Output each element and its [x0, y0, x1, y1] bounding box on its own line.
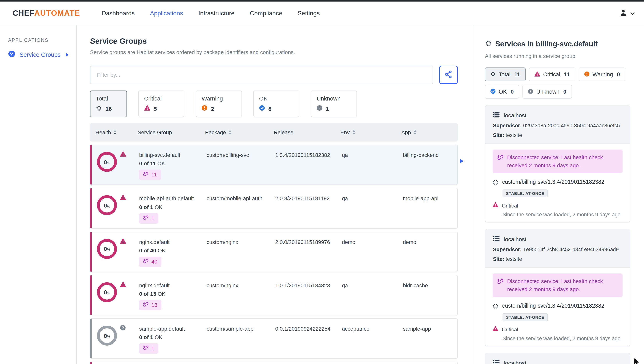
broken-link-icon	[143, 215, 149, 221]
service-card: localhost Supervisor: 1e95554f-2cb8-4c52…	[485, 229, 630, 346]
status-card-critical[interactable]: Critical 5	[138, 91, 184, 117]
health-gauge: 0%	[97, 195, 117, 215]
sidebar-item-service-groups[interactable]: Service Groups	[8, 50, 76, 59]
svg-text:?: ?	[122, 326, 124, 330]
share-button[interactable]	[439, 66, 458, 84]
filter-input[interactable]	[90, 66, 433, 84]
service-group-name: nginx.default	[139, 238, 206, 246]
host-name: localhost	[504, 236, 526, 242]
release-cell: 1.0.1/20190115184823	[275, 281, 342, 310]
disconnected-count-badge: 1	[139, 343, 158, 354]
health-cell: 0%	[97, 195, 139, 224]
update-strategy-badge: STABLE: AT-ONCE	[502, 189, 548, 197]
service-card-body: Disconnected service: Last health check …	[485, 268, 630, 346]
pill-ok[interactable]: OK0	[485, 85, 519, 99]
status-card-label: Critical	[144, 95, 179, 102]
column-package[interactable]: Package	[205, 129, 274, 135]
status-card-count: 1	[326, 105, 329, 112]
server-icon	[493, 112, 500, 119]
env-cell: qa	[342, 195, 403, 224]
supervisor-line: Supervisor: 1e95554f-2cb8-4c52-b34f-e946…	[493, 247, 622, 252]
site-line: Site: testsite	[493, 132, 622, 138]
package-identifier: custom/billing-svc/1.3.4/20190115182382	[492, 179, 622, 186]
nav-settings[interactable]: Settings	[298, 10, 320, 17]
health-gauge: 0%	[97, 239, 117, 259]
nav-compliance[interactable]: Compliance	[250, 10, 282, 17]
status-card-total[interactable]: Total 16	[90, 91, 127, 117]
host-name: localhost	[504, 360, 526, 364]
cluster-dots-icon	[492, 179, 498, 186]
disconnected-count-badge: 40	[139, 257, 161, 267]
service-group-cell: billing-svc.default 0 of 11 OK 11	[139, 151, 206, 180]
service-group-name: sample-app.default	[139, 325, 206, 333]
release-cell: 2.0.0/20190115189976	[275, 238, 342, 267]
app-cell: mobile-app-api	[403, 195, 457, 224]
service-card-body: Disconnected service: Last health check …	[485, 144, 630, 222]
table-header: Health Service Group Package Release Env…	[90, 123, 458, 142]
nav-dashboards[interactable]: Dashboards	[102, 10, 135, 17]
table-row-nginx-demo[interactable]: 0% nginx.default 0 of 40 OK 40 custom/ng…	[90, 231, 458, 272]
table-row-partial	[90, 362, 458, 364]
app-cell: billing-backend	[403, 151, 457, 180]
services-panel: Services in billing-svc.default All serv…	[473, 25, 644, 364]
cluster-dots-icon	[492, 303, 498, 310]
disconnected-banner: Disconnected service: Last health check …	[492, 150, 622, 173]
filter-row	[90, 66, 458, 84]
status-card-unknown[interactable]: Unknown ?1	[311, 91, 357, 117]
pill-warning[interactable]: Warning0	[579, 68, 625, 81]
broken-link-icon	[143, 258, 149, 265]
unknown-icon: ?	[528, 88, 533, 95]
chef-automate-logo[interactable]: CHEFAUTOMATE	[13, 9, 80, 18]
health-cell: 0% ?	[97, 325, 139, 354]
critical-icon	[120, 281, 126, 289]
sort-icon	[352, 130, 355, 135]
table-row-mobile-api-auth[interactable]: 0% mobile-api-auth.default 0 of 1 OK 1 c…	[90, 188, 458, 229]
health-gauge: 0%	[97, 152, 117, 172]
broken-link-icon	[497, 153, 504, 163]
health-cell: 0%	[97, 238, 139, 267]
column-health[interactable]: Health	[96, 129, 138, 135]
nav-applications[interactable]: Applications	[150, 10, 183, 17]
status-card-warning[interactable]: Warning 2	[196, 91, 242, 117]
status-card-ok[interactable]: OK 8	[254, 91, 300, 117]
app-cell: sample-app	[403, 325, 457, 354]
column-release[interactable]: Release	[274, 129, 340, 135]
ok-icon	[490, 88, 496, 95]
page-title: Service Groups	[90, 37, 458, 46]
pill-total[interactable]: Total11	[485, 68, 526, 81]
env-cell: qa	[342, 281, 403, 310]
column-app[interactable]: App	[401, 129, 458, 135]
selected-row-arrow-icon	[460, 159, 464, 163]
service-groups-table: Health Service Group Package Release Env…	[90, 123, 458, 364]
release-cell: 1.3.4/20190115182382	[275, 151, 342, 180]
warning-icon	[202, 105, 208, 112]
status-card-count: 8	[268, 105, 272, 112]
sort-icon	[229, 130, 232, 135]
app-window: CHEFAUTOMATE Dashboards Applications Inf…	[0, 0, 644, 364]
service-group-cell: sample-app.default 0 of 1 OK 1	[139, 325, 206, 354]
status-card-count: 5	[154, 105, 157, 112]
panel-subtitle: All services running in a service group.	[485, 53, 630, 59]
disconnected-count-badge: 1	[139, 213, 158, 223]
critical-icon	[120, 151, 126, 158]
nav-infrastructure[interactable]: Infrastructure	[198, 10, 234, 17]
logo-automate: AUTOMATE	[34, 9, 80, 17]
table-row-nginx-qa[interactable]: 0% nginx.default 0 of 13 OK 13 custom/ng…	[90, 275, 458, 315]
service-group-cell: nginx.default 0 of 13 OK 13	[139, 281, 206, 310]
column-service-group[interactable]: Service Group	[138, 129, 205, 135]
table-row-sample-app[interactable]: 0% ? sample-app.default 0 of 1 OK 1 cust…	[90, 318, 458, 359]
sidebar-item-label: Service Groups	[20, 51, 60, 58]
column-env[interactable]: Env	[340, 129, 401, 135]
table-row-billing-svc[interactable]: 0% billing-svc.default 0 of 11 OK 11 cus…	[90, 145, 458, 185]
server-icon	[493, 359, 500, 364]
unknown-icon: ?	[317, 105, 322, 112]
top-navigation: CHEFAUTOMATE Dashboards Applications Inf…	[0, 2, 644, 25]
pill-unknown[interactable]: ?Unknown0	[522, 85, 572, 99]
package-cell: custom/nginx	[206, 281, 275, 310]
sidebar: APPLICATIONS Service Groups	[0, 25, 77, 364]
user-menu[interactable]	[619, 8, 635, 18]
status-card-label: Total	[96, 95, 121, 102]
service-status-line: Critical	[492, 326, 622, 332]
release-cell: 2.0.8/20190115181192	[275, 195, 342, 224]
pill-critical[interactable]: Critical11	[529, 68, 575, 81]
